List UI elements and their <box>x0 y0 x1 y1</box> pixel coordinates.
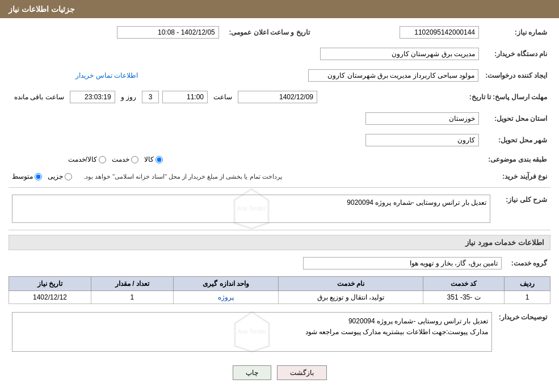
category-label: طبقه بندی موضوعی: <box>482 153 550 166</box>
countdown-input: 23:03:19 <box>70 91 115 103</box>
svg-text:Ana Tender: Ana Tender <box>237 328 267 335</box>
page-container: جزئیات اطلاعات نیاز شماره نیاز: 11020951… <box>0 0 559 392</box>
purchase-note: پرداخت تمام یا بخشی از مبلغ خریدار از مح… <box>83 173 282 180</box>
purchase-option-medium-label: متوسط <box>12 172 33 180</box>
deadline-time-label: ساعت <box>213 93 232 101</box>
main-content: شماره نیاز: 1102095142000144 تاریخ و ساع… <box>0 18 559 390</box>
service-group-label: گروه خدمت: <box>505 255 550 272</box>
requester-input: مولود سیاحی کاربرداز مدیریت برق شهرستان … <box>308 69 478 82</box>
table-row: 1 ت -35- 351 تولید، انتقال و توزیع برق پ… <box>9 291 550 304</box>
page-title: جزئیات اطلاعات نیاز <box>9 5 75 14</box>
requester-value: مولود سیاحی کاربرداز مدیریت برق شهرستان … <box>141 67 482 84</box>
cell-date-1: 1402/12/12 <box>9 291 91 304</box>
cell-unit-1: پروژه <box>173 291 279 304</box>
services-section: اطلاعات خدمات مورد نیاز گروه خدمت: تامین… <box>9 235 550 304</box>
watermark-logo-2: Ana Tender <box>218 309 286 355</box>
col-header-code: کد خدمت <box>423 277 505 291</box>
print-button[interactable]: چاپ <box>233 365 271 380</box>
col-header-unit: واحد اندازه گیری <box>173 277 279 291</box>
city-value: کارون <box>57 132 482 149</box>
deadline-days-input: 3 <box>142 91 159 103</box>
announce-date-input: 1402/12/05 - 10:08 <box>117 26 219 39</box>
info-grid-row2: نام دستگاه خریدار: مدیریت برق شهرستان کا… <box>9 45 550 62</box>
category-option-khedmat: خدمت <box>112 155 138 163</box>
info-grid-need-desc: شرح کلی نیاز: Ana Tender تعدیل بار ترانس… <box>9 192 550 225</box>
deadline-time-input: 11:00 <box>162 91 208 103</box>
buyer-desc-box: Ana Tender تعدیل بار ترانس روستایی -شمار… <box>12 312 492 352</box>
page-header: جزئیات اطلاعات نیاز <box>0 0 559 18</box>
need-number-value: 1102095142000144 <box>313 24 482 41</box>
info-grid-row4: مهلت ارسال پاسخ: تا تاریخ: 1402/12/09 سا… <box>9 88 550 106</box>
city-label: شهر محل تحویل: <box>482 132 550 149</box>
info-grid-buyer-desc: توصیحات خریدار: Ana Tender تعدیل بار ترا… <box>9 310 550 354</box>
info-grid-row6: شهر محل تحویل: کارون <box>9 132 550 149</box>
announce-date-label: تاریخ و ساعت اعلان عمومی: <box>222 24 313 41</box>
need-number-label: شماره نیاز: <box>482 24 550 41</box>
services-section-title: اطلاعات خدمات مورد نیاز <box>9 235 550 250</box>
col-header-date: تاریخ نیاز <box>9 277 91 291</box>
watermark-logo: Ana Tender <box>217 186 285 231</box>
cell-row-1: 1 <box>505 291 550 304</box>
service-group-input: تامین برق، گاز، بخار و تهویه هوا <box>303 257 502 269</box>
category-option-kala: کالا <box>144 155 163 163</box>
info-grid-row3: ایجاد کننده درخواست: مولود سیاحی کاربردا… <box>9 67 550 84</box>
need-desc-label: شرح کلی نیاز: <box>494 192 550 225</box>
requester-label: ایجاد کننده درخواست: <box>482 67 550 84</box>
category-radio-kala-khedmat[interactable] <box>99 156 106 163</box>
col-header-qty: تعداد / مقدار <box>91 277 174 291</box>
need-desc-text: تعدیل بار ترانس روستایی -شماره پروژه 902… <box>347 199 486 206</box>
need-desc-box: Ana Tender تعدیل بار ترانس روستایی -شمار… <box>12 195 490 223</box>
requester-contact-link[interactable]: اطلاعات تماس خریدار <box>75 71 138 79</box>
category-radio-khedmat[interactable] <box>131 156 138 163</box>
category-radio-kala[interactable] <box>155 156 163 163</box>
announce-date-value: 1402/12/05 - 10:08 <box>9 24 222 41</box>
purchase-radio-small[interactable] <box>65 173 72 180</box>
col-header-row: ردیف <box>505 277 550 291</box>
buyer-desc-label: توصیحات خریدار: <box>495 310 550 354</box>
svg-text:Ana Tender: Ana Tender <box>237 205 266 212</box>
category-radio-group: کالا/خدمت خدمت کالا <box>68 155 479 163</box>
purchase-option-small-label: جزیی <box>48 172 63 180</box>
category-option-kala-khedmat: کالا/خدمت <box>68 155 106 163</box>
purchase-radio-medium[interactable] <box>35 173 42 180</box>
back-button[interactable]: بازگشت <box>277 365 327 380</box>
info-grid-row8: نوع فرآیند خرید: متوسط جزیی <box>9 170 550 183</box>
cell-code-1: ت -35- 351 <box>423 291 505 304</box>
need-number-input: 1102095142000144 <box>400 26 479 39</box>
info-grid-row1: شماره نیاز: 1102095142000144 تاریخ و ساع… <box>9 24 550 41</box>
city-input: کارون <box>365 134 479 146</box>
category-option-kala-label: کالا <box>144 155 154 163</box>
deadline-date-input: 1402/12/09 <box>238 91 317 103</box>
info-grid-service-group: گروه خدمت: تامین برق، گاز، بخار و تهویه … <box>9 255 550 272</box>
deadline-label: مهلت ارسال پاسخ: تا تاریخ: <box>466 88 550 106</box>
purchase-type-radio-group: متوسط جزیی <box>12 172 72 180</box>
services-table: ردیف کد خدمت نام خدمت واحد اندازه گیری ت… <box>9 276 550 304</box>
buyer-org-input: مدیریت برق شهرستان کارون <box>320 48 479 60</box>
info-grid-row5: استان محل تحویل: خوزستان <box>9 110 550 127</box>
province-label: استان محل تحویل: <box>482 110 550 127</box>
cell-name-1: تولید، انتقال و توزیع برق <box>279 291 423 304</box>
province-input: خوزستان <box>365 112 479 125</box>
col-header-name: نام خدمت <box>279 277 423 291</box>
countdown-label: ساعت باقی مانده <box>14 93 64 101</box>
info-grid-row7: طبقه بندی موضوعی: کالا/خدمت خدمت کالا <box>9 153 550 166</box>
purchase-type-label: نوع فرآیند خرید: <box>482 170 550 183</box>
cell-qty-1: 1 <box>91 291 174 304</box>
purchase-option-medium: متوسط <box>12 172 42 180</box>
buttons-row: بازگشت چاپ <box>9 359 550 385</box>
deadline-days-label: روز و <box>121 93 136 101</box>
purchase-option-small: جزیی <box>48 172 72 180</box>
category-option-khedmat-label: خدمت <box>112 155 129 163</box>
category-option-kala-khedmat-label: کالا/خدمت <box>68 155 97 163</box>
buyer-org-label: نام دستگاه خریدار: <box>482 45 550 62</box>
buyer-org-value: مدیریت برق شهرستان کارون <box>44 45 482 62</box>
province-value: خوزستان <box>57 110 482 127</box>
